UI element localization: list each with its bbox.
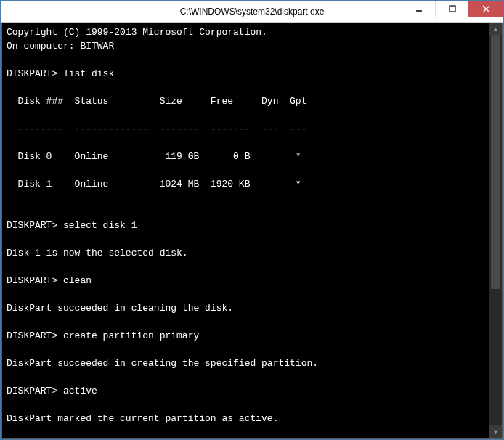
scrollbar-up-arrow[interactable]: ▲ bbox=[489, 23, 502, 35]
prompt: DISKPART> bbox=[7, 386, 63, 396]
command-input: create partition primary bbox=[63, 330, 199, 341]
terminal-wrapper: Copyright (C) 1999-2013 Microsoft Corpor… bbox=[1, 23, 503, 439]
scrollbar-down-arrow[interactable]: ▼ bbox=[489, 425, 502, 438]
window-controls bbox=[402, 1, 503, 22]
app-window: C:\WINDOWS\system32\diskpart.exe Copyrig… bbox=[0, 0, 504, 440]
command-input: active bbox=[63, 386, 97, 396]
prompt-row: DISKPART> clean bbox=[7, 274, 485, 288]
prompt: DISKPART> bbox=[7, 68, 63, 79]
prompt: DISKPART> bbox=[7, 220, 63, 231]
prompt: DISKPART> bbox=[7, 275, 63, 286]
output-message: DiskPart succeeded in cleaning the disk. bbox=[7, 303, 233, 314]
prompt-row: DISKPART> active bbox=[7, 384, 485, 398]
table-separator: -------- ------------- ------- ------- -… bbox=[7, 122, 485, 136]
output-message: Disk 1 is now the selected disk. bbox=[7, 248, 188, 258]
copyright-line: Copyright (C) 1999-2013 Microsoft Corpor… bbox=[7, 27, 267, 38]
prompt: DISKPART> bbox=[7, 330, 63, 341]
table-header: Disk ### Status Size Free Dyn Gpt bbox=[7, 94, 485, 108]
table-row: Disk 0 Online 119 GB 0 B * bbox=[7, 150, 485, 163]
prompt-row: DISKPART> select disk 1 bbox=[7, 219, 485, 232]
table-row: Disk 1 Online 1024 MB 1920 KB * bbox=[7, 177, 485, 191]
close-icon bbox=[482, 5, 490, 13]
svg-rect-1 bbox=[450, 6, 455, 12]
maximize-button[interactable] bbox=[435, 1, 468, 17]
output-message: DiskPart marked the current partition as… bbox=[7, 413, 278, 424]
prompt-row: DISKPART> create partition primary bbox=[7, 329, 485, 343]
close-button[interactable] bbox=[468, 1, 503, 17]
minimize-button[interactable] bbox=[402, 1, 435, 17]
prompt-row: DISKPART> list disk bbox=[7, 67, 485, 81]
output-message: DiskPart succeeded in creating the speci… bbox=[7, 358, 318, 369]
command-input: clean bbox=[63, 275, 92, 286]
scrollbar-thumb[interactable] bbox=[491, 35, 500, 289]
command-input: list disk bbox=[63, 68, 114, 79]
titlebar[interactable]: C:\WINDOWS\system32\diskpart.exe bbox=[1, 1, 503, 23]
computer-line: On computer: BITWAR bbox=[7, 41, 114, 52]
minimize-icon bbox=[415, 5, 423, 12]
terminal-output[interactable]: Copyright (C) 1999-2013 Microsoft Corpor… bbox=[2, 23, 489, 438]
scrollbar[interactable]: ▲ ▼ bbox=[489, 23, 502, 438]
maximize-icon bbox=[449, 5, 456, 12]
command-input: select disk 1 bbox=[63, 220, 137, 231]
